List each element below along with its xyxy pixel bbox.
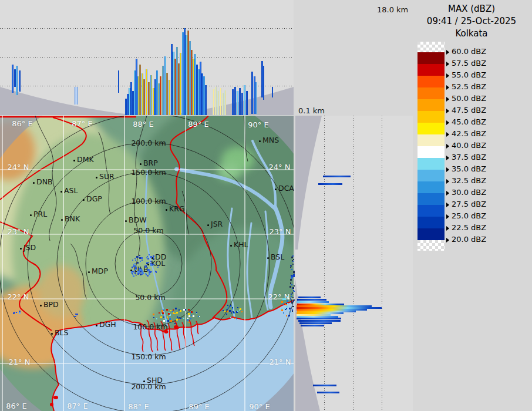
- dbz-band: [417, 181, 445, 193]
- legend-tick-arrow: [446, 73, 449, 78]
- legend-tick-arrow: [446, 191, 449, 196]
- echo-bar: [297, 301, 329, 303]
- echo-bar: [139, 65, 141, 115]
- legend-tick-arrow: [446, 156, 449, 160]
- echo-bar: [272, 87, 273, 97]
- echo-bar: [160, 76, 161, 115]
- echo-bar: [301, 325, 324, 326]
- echo-bar: [237, 91, 238, 115]
- dbz-band: [417, 52, 445, 64]
- echo-bar: [150, 75, 152, 115]
- dbz-scale-label: 50.0 dBZ: [452, 94, 486, 103]
- echo-bar: [251, 72, 253, 114]
- legend-tick-arrow: [446, 50, 449, 55]
- echo-bar: [16, 66, 18, 95]
- dbz-band: [417, 158, 445, 170]
- echo-bar: [232, 89, 234, 115]
- echo-bar: [143, 79, 145, 115]
- top-profile-echoes: [0, 0, 294, 116]
- legend-panel: MAX (dBZ) 09:41 / 25-Oct-2025 Kolkata 60…: [411, 0, 532, 411]
- echo-bar: [263, 66, 264, 100]
- echo-bar: [222, 93, 224, 115]
- dbz-scale-label: 32.5 dBZ: [452, 176, 486, 185]
- echo-bar: [213, 89, 214, 115]
- radar-map-panel[interactable]: [0, 116, 294, 411]
- dbz-scale-label: 30.0 dBZ: [452, 188, 486, 197]
- legend-tick-arrow: [446, 120, 449, 125]
- echo-bar: [234, 87, 236, 115]
- radar-echo-speck: [294, 272, 295, 273]
- echo-bar: [220, 88, 221, 115]
- height-axis-min-label: 0.1 km: [298, 106, 325, 115]
- dbz-scale-label: 20.0 dBZ: [452, 235, 486, 244]
- radar-echo-speck: [294, 272, 295, 274]
- radar-echo-speck: [294, 291, 295, 292]
- echo-bar: [313, 385, 336, 386]
- echo-bar: [205, 85, 207, 115]
- echo-bar: [297, 299, 326, 301]
- dbz-band: [417, 228, 445, 240]
- dbz-band: [417, 193, 445, 205]
- echo-bar: [19, 70, 21, 92]
- echo-bar: [180, 53, 181, 115]
- legend-tick-arrow: [446, 203, 449, 207]
- legend-tick-arrow: [446, 97, 449, 102]
- echo-bar: [241, 93, 243, 115]
- dbz-band: [417, 217, 445, 228]
- echo-bar: [217, 91, 219, 115]
- dbz-color-scale: 60.0 dBZ57.5 dBZ55.0 dBZ52.5 dBZ50.0 dBZ…: [411, 0, 532, 270]
- legend-tick-arrow: [446, 62, 449, 66]
- echo-bar: [323, 176, 351, 177]
- dbz-band: [417, 76, 445, 87]
- top-height-profile-panel[interactable]: [0, 0, 294, 116]
- legend-tick-arrow: [446, 109, 449, 113]
- echo-bar: [297, 318, 341, 319]
- dbz-band: [417, 111, 445, 123]
- dbz-band-transparent: [417, 42, 445, 52]
- echo-bar: [12, 65, 14, 93]
- side-height-profile-panel[interactable]: [295, 116, 413, 411]
- legend-tick-arrow: [446, 132, 449, 137]
- dbz-scale-label: 27.5 dBZ: [452, 200, 486, 208]
- dbz-band: [417, 240, 445, 251]
- echo-bar: [317, 392, 339, 393]
- echo-bar: [75, 87, 78, 105]
- dbz-band: [417, 134, 445, 146]
- side-profile-echoes: [295, 116, 413, 411]
- dbz-scale-label: 35.0 dBZ: [452, 164, 486, 173]
- dbz-scale-label: 55.0 dBZ: [452, 70, 486, 79]
- echo-bar: [318, 183, 342, 185]
- legend-tick-arrow: [446, 167, 449, 172]
- legend-tick-arrow: [446, 226, 449, 231]
- dbz-band: [417, 205, 445, 217]
- radar-echo-speck: [294, 285, 295, 287]
- dbz-band: [417, 170, 445, 181]
- echo-bar: [239, 88, 241, 115]
- echo-bar: [166, 73, 168, 115]
- echo-bar: [146, 69, 147, 115]
- dbz-scale-label: 47.5 dBZ: [452, 106, 486, 114]
- echo-bar: [215, 87, 217, 115]
- echo-bar: [246, 91, 248, 115]
- legend-tick-arrow: [446, 144, 449, 149]
- echo-bar: [118, 70, 119, 93]
- echo-bar: [298, 320, 341, 322]
- echo-bar: [169, 80, 170, 115]
- echo-bar: [224, 90, 226, 115]
- dbz-scale-label: 25.0 dBZ: [452, 211, 486, 220]
- echo-bar: [162, 66, 164, 115]
- radar-echo-speck: [294, 274, 295, 275]
- echo-bar: [148, 82, 150, 115]
- dbz-scale-label: 60.0 dBZ: [452, 47, 486, 56]
- dbz-scale-label: 22.5 dBZ: [452, 223, 486, 232]
- dbz-scale-label: 37.5 dBZ: [452, 153, 486, 161]
- dbz-band: [417, 99, 445, 111]
- dbz-band: [417, 146, 445, 158]
- dbz-band: [417, 123, 445, 134]
- base-map: [0, 116, 294, 411]
- echo-bar: [255, 82, 257, 114]
- echo-bar: [298, 297, 321, 298]
- dbz-band: [417, 64, 445, 76]
- radar-app-window: { "header": { "product": "MAX (dBZ)", "d…: [0, 0, 532, 411]
- radar-echo-speck: [294, 299, 295, 301]
